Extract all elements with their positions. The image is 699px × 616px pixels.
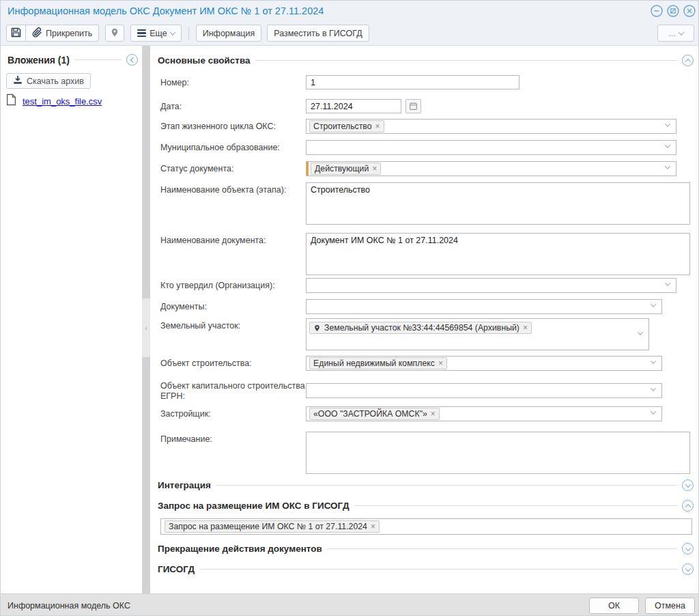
- window-controls: [651, 5, 696, 17]
- field-label: Кто утвердил (Организация):: [160, 278, 306, 293]
- divider: [216, 485, 677, 486]
- download-archive-button[interactable]: Скачать архив: [6, 73, 91, 89]
- selected-tag: Единый недвижимый комплекс ×: [309, 357, 447, 369]
- municipality-select[interactable]: [306, 140, 676, 155]
- field-row-municipality: Муниципальное образование:: [160, 140, 699, 155]
- tag-label: «ООО "ЗАСТРОЙКА ОМСК"»: [313, 409, 427, 419]
- title-bar: Информационная модель ОКС Документ ИМ ОК…: [1, 1, 699, 21]
- field-row-developer: Застройщик: «ООО "ЗАСТРОЙКА ОМСК"» ×: [160, 406, 699, 421]
- tag-remove-icon[interactable]: ×: [523, 324, 528, 332]
- more-button[interactable]: Еще: [130, 25, 181, 42]
- attachment-file-link[interactable]: test_im_oks_file.csv: [23, 96, 102, 107]
- status-select[interactable]: Действующий ×: [306, 161, 676, 176]
- section-termination: Прекращение действия документов: [158, 543, 694, 555]
- field-label: Документы:: [160, 299, 306, 314]
- tag-remove-icon[interactable]: ×: [371, 522, 375, 531]
- selected-tag: Земельный участок №33:44:44569854 (Архив…: [309, 322, 532, 334]
- tag-remove-icon[interactable]: ×: [438, 359, 443, 367]
- section-title: Основные свойства: [158, 55, 251, 66]
- oks-egrn-select[interactable]: [306, 383, 662, 398]
- field-row-date: Дата:: [160, 99, 699, 113]
- chevron-down-icon: [638, 329, 643, 335]
- chevron-down-icon: [665, 163, 670, 169]
- tag-label: Земельный участок №33:44:44569854 (Архив…: [324, 323, 519, 333]
- calendar-button[interactable]: [405, 99, 421, 113]
- collapse-section-icon[interactable]: [682, 55, 694, 66]
- field-row-oks-egrn: Объект капитального строительства ЕГРН:: [160, 380, 699, 402]
- section-main-properties: Основные свойства: [158, 55, 694, 66]
- attachments-panel: Вложения (1) Скачать архив test_im_oks_f…: [1, 46, 142, 593]
- field-row-object-name: Наименование объекта (этапа): Строительс…: [160, 182, 699, 227]
- save-button[interactable]: [6, 25, 26, 42]
- cancel-button[interactable]: Отмена: [645, 598, 695, 614]
- tag-remove-icon[interactable]: ×: [431, 410, 436, 418]
- field-row-number: Номер:: [160, 75, 699, 89]
- field-label: Объект строительства:: [160, 356, 306, 371]
- attach-button[interactable]: Прикрепить: [26, 25, 99, 42]
- info-button[interactable]: Информация: [196, 25, 262, 42]
- section-title: Запрос на размещение ИМ ОКС в ГИСОГД: [158, 501, 350, 511]
- field-label: Наименование документа:: [160, 233, 306, 278]
- lifecycle-select[interactable]: Строительство ×: [306, 119, 676, 134]
- date-input[interactable]: [306, 99, 401, 113]
- field-label: Номер:: [160, 75, 306, 89]
- field-row-land-plot: Земельный участок: Земельный участок №33…: [160, 318, 699, 350]
- construction-object-select[interactable]: Единый недвижимый комплекс ×: [306, 356, 662, 371]
- panel-splitter[interactable]: ‹: [142, 46, 150, 593]
- request-select[interactable]: Запрос на размещение ИМ ОКС № 1 от 27.11…: [160, 518, 692, 535]
- expand-section-icon[interactable]: [682, 563, 694, 575]
- expand-section-icon[interactable]: [682, 543, 694, 555]
- collapse-panel-icon[interactable]: [126, 54, 138, 66]
- ok-button[interactable]: ОК: [589, 598, 639, 614]
- dialog-window: Информационная модель ОКС Документ ИМ ОК…: [0, 0, 699, 616]
- selected-tag: Действующий ×: [311, 163, 381, 175]
- attachments-header: Вложения (1): [8, 54, 138, 66]
- developer-select[interactable]: «ООО "ЗАСТРОЙКА ОМСК"» ×: [306, 406, 662, 421]
- download-icon: [13, 75, 23, 87]
- place-gisogd-button[interactable]: Разместить в ГИСОГД: [267, 25, 369, 42]
- field-row-lifecycle: Этап жизненного цикла ОКС: Строительство…: [160, 119, 699, 134]
- collapse-section-icon[interactable]: [682, 500, 694, 512]
- object-name-textarea[interactable]: Строительство: [306, 182, 690, 225]
- chevron-down-icon: [651, 385, 656, 391]
- field-label: Примечание:: [160, 432, 306, 477]
- field-row-approved-by: Кто утвердил (Организация):: [160, 278, 699, 293]
- required-marker: [306, 162, 309, 176]
- paperclip-icon: [32, 27, 42, 40]
- field-label: Муниципальное образование:: [160, 140, 306, 155]
- approved-by-select[interactable]: [306, 278, 676, 293]
- tag-label: Строительство: [313, 122, 372, 131]
- tag-remove-icon[interactable]: ×: [375, 122, 380, 130]
- field-label: Объект капитального строительства ЕГРН:: [160, 380, 306, 402]
- calendar-icon: [409, 102, 418, 111]
- footer-status-text: Информационная модель ОКС: [8, 601, 130, 611]
- chevron-down-icon: [651, 301, 656, 307]
- field-label: Земельный участок:: [160, 318, 306, 350]
- footer-buttons: ОК Отмена: [589, 598, 695, 614]
- field-row-doc-name: Наименование документа: Документ ИМ ОКС …: [160, 233, 699, 278]
- number-input[interactable]: [306, 75, 519, 89]
- attachments-title: Вложения (1): [8, 55, 70, 66]
- map-pin-icon: [313, 324, 321, 333]
- splitter-handle[interactable]: ‹: [142, 298, 150, 357]
- tag-label: Единый недвижимый комплекс: [313, 359, 435, 368]
- close-icon[interactable]: [683, 5, 696, 17]
- expand-section-icon[interactable]: [682, 479, 694, 491]
- tag-remove-icon[interactable]: ×: [372, 165, 377, 173]
- geo-button[interactable]: [105, 25, 124, 42]
- tag-label: Запрос на размещение ИМ ОКС № 1 от 27.11…: [169, 522, 367, 531]
- land-plot-select[interactable]: Земельный участок №33:44:44569854 (Архив…: [306, 318, 649, 350]
- divider: [74, 59, 122, 60]
- chevron-down-icon: [665, 121, 670, 126]
- section-title: ГИСОГД: [158, 564, 195, 574]
- selected-tag: «ООО "ЗАСТРОЙКА ОМСК"» ×: [309, 408, 440, 420]
- note-textarea[interactable]: [306, 432, 690, 474]
- section-title: Интеграция: [158, 480, 211, 490]
- overflow-button[interactable]: ...: [657, 25, 694, 42]
- maximize-icon[interactable]: [667, 5, 679, 17]
- doc-name-textarea[interactable]: Документ ИМ ОКС № 1 от 27.11.2024: [306, 233, 690, 275]
- documents-select[interactable]: [306, 299, 662, 314]
- chevron-down-icon: [169, 29, 175, 35]
- minimize-icon[interactable]: [651, 5, 663, 17]
- attachment-item: test_im_oks_file.csv: [6, 94, 102, 109]
